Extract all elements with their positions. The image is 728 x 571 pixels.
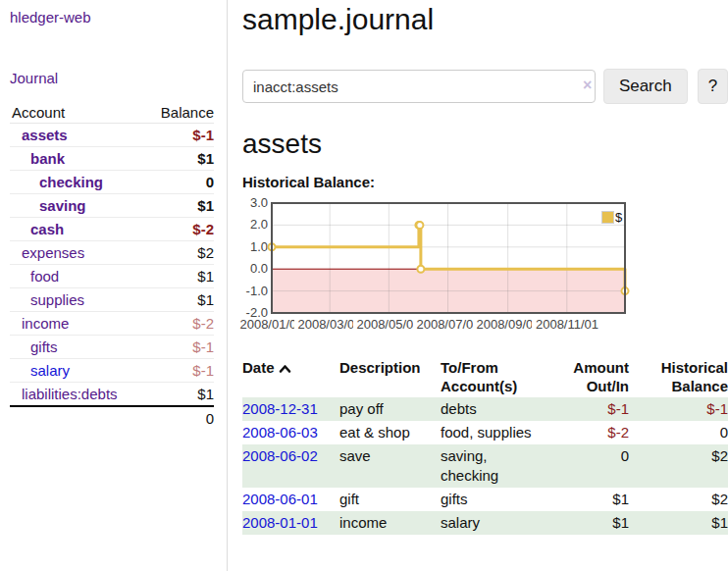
balance-column-header: Balance: [146, 102, 214, 124]
register-header-tofrom: To/From Account(s): [441, 356, 555, 397]
transaction-accounts: salary: [441, 513, 541, 533]
account-balance: $-1: [146, 124, 214, 147]
register-row: 2008-06-03 eat & shop food, supplies $-2…: [242, 421, 728, 444]
legend-swatch-icon: [601, 211, 614, 224]
account-row: saving $1: [10, 194, 214, 218]
transaction-accounts: saving, checking: [441, 446, 541, 486]
register-row: 2008-12-31 pay off debts $-1 $-1: [242, 397, 728, 421]
accounts-total-row: 0: [10, 406, 214, 430]
sidebar: hledger-web Journal Account Balance asse…: [0, 0, 228, 571]
account-link-liabilities-debts[interactable]: liabilities:debts: [22, 386, 118, 402]
transaction-balance: $-1: [629, 397, 728, 421]
transaction-date-link[interactable]: 2008-01-01: [242, 514, 318, 531]
account-balance: $-2: [146, 312, 214, 336]
historical-balance-chart: 3.0 2.0 1.0 0.0 -1.0 -2.0 $ 2008/01/01 2…: [242, 201, 633, 338]
account-row: salary $-1: [10, 359, 214, 383]
account-balance: $1: [146, 147, 214, 171]
balance-chart-svg: [242, 201, 633, 315]
account-link-expenses[interactable]: expenses: [22, 244, 84, 261]
transaction-amount: $-1: [555, 397, 629, 421]
account-row: income $-2: [10, 312, 214, 336]
transaction-balance: $2: [629, 488, 728, 511]
account-row: assets $-1: [10, 124, 214, 147]
account-row: food $1: [10, 265, 214, 288]
register-header-balance: Historical Balance: [629, 356, 728, 397]
account-row: liabilities:debts $1: [10, 383, 214, 407]
account-row: cash $-2: [10, 218, 214, 241]
transaction-balance: $1: [629, 511, 728, 535]
main-content: sample.journal × Search ? assets Histori…: [242, 0, 728, 535]
account-row: checking 0: [10, 171, 214, 194]
account-balance: 0: [146, 171, 214, 194]
transaction-amount: $1: [555, 511, 629, 535]
account-row: expenses $2: [10, 241, 214, 265]
transaction-date-link[interactable]: 2008-06-01: [242, 491, 318, 507]
transaction-date-link[interactable]: 2008-12-31: [242, 400, 318, 417]
transaction-balance: 0: [629, 421, 728, 444]
sidebar-item-journal[interactable]: Journal: [10, 70, 58, 86]
register-header-date[interactable]: Date: [242, 356, 339, 397]
clear-search-icon[interactable]: ×: [583, 77, 592, 94]
account-link-checking[interactable]: checking: [39, 174, 103, 190]
register-header-description: Description: [339, 356, 441, 397]
x-tick-label: 2008/11/01: [532, 317, 602, 333]
transaction-date-link[interactable]: 2008-06-02: [242, 447, 318, 464]
transaction-description: gift: [339, 488, 441, 511]
register-table: Date Description To/From Account(s) Amou…: [242, 356, 728, 535]
account-row: bank $1: [10, 147, 214, 171]
account-balance: $1: [146, 265, 214, 288]
transaction-balance: $2: [629, 444, 728, 488]
transaction-accounts: food, supplies: [441, 423, 541, 442]
transaction-description: pay off: [339, 397, 441, 421]
transaction-amount: $-2: [555, 421, 629, 444]
account-balance: $1: [146, 194, 214, 218]
account-balance: $1: [146, 383, 214, 407]
transaction-description: income: [339, 511, 441, 535]
register-row: 2008-06-02 save saving, checking 0 $2: [242, 444, 728, 488]
account-balance: $-1: [146, 336, 214, 359]
account-balance: $1: [146, 288, 214, 312]
register-row: 2008-06-01 gift gifts $1 $2: [242, 488, 728, 511]
accounts-table: Account Balance assets $-1 bank $1 check…: [10, 102, 214, 430]
transaction-description: eat & shop: [339, 421, 441, 444]
register-header-date-label: Date: [242, 359, 275, 376]
account-link-bank[interactable]: bank: [30, 150, 65, 167]
transaction-accounts: gifts: [441, 490, 541, 509]
search-input[interactable]: [242, 70, 596, 103]
account-link-assets[interactable]: assets: [22, 127, 68, 143]
account-row: gifts $-1: [10, 336, 214, 359]
transaction-description: save: [339, 444, 441, 488]
chart-heading: Historical Balance:: [242, 174, 728, 191]
account-link-supplies[interactable]: supplies: [30, 291, 84, 308]
search-button[interactable]: Search: [603, 69, 688, 104]
account-page-title: assets: [242, 128, 728, 161]
account-link-gifts[interactable]: gifts: [30, 338, 58, 355]
transaction-accounts: debts: [441, 399, 541, 419]
account-balance: $-1: [146, 359, 214, 383]
account-link-income[interactable]: income: [22, 315, 69, 332]
chart-legend: $: [601, 210, 622, 225]
account-balance: $2: [146, 241, 214, 265]
account-row: supplies $1: [10, 288, 214, 312]
account-link-cash[interactable]: cash: [30, 221, 64, 237]
register-row: 2008-01-01 income salary $1 $1: [242, 511, 728, 535]
accounts-column-header: Account: [10, 102, 146, 124]
legend-label: $: [615, 210, 622, 225]
transaction-amount: $1: [555, 488, 629, 511]
account-link-salary[interactable]: salary: [30, 362, 70, 379]
account-balance: $-2: [146, 218, 214, 241]
transaction-date-link[interactable]: 2008-06-03: [242, 424, 318, 441]
transaction-amount: 0: [555, 444, 629, 488]
account-link-food[interactable]: food: [30, 268, 59, 285]
sort-ascending-icon: [279, 359, 291, 378]
accounts-total-value: 0: [146, 406, 214, 430]
page-title: sample.journal: [242, 2, 728, 37]
account-link-saving[interactable]: saving: [39, 197, 86, 214]
register-header-amount: Amount Out/In: [555, 356, 629, 397]
search-form: × Search ?: [242, 69, 728, 104]
brand-link[interactable]: hledger-web: [10, 9, 91, 26]
help-button[interactable]: ?: [698, 69, 728, 104]
